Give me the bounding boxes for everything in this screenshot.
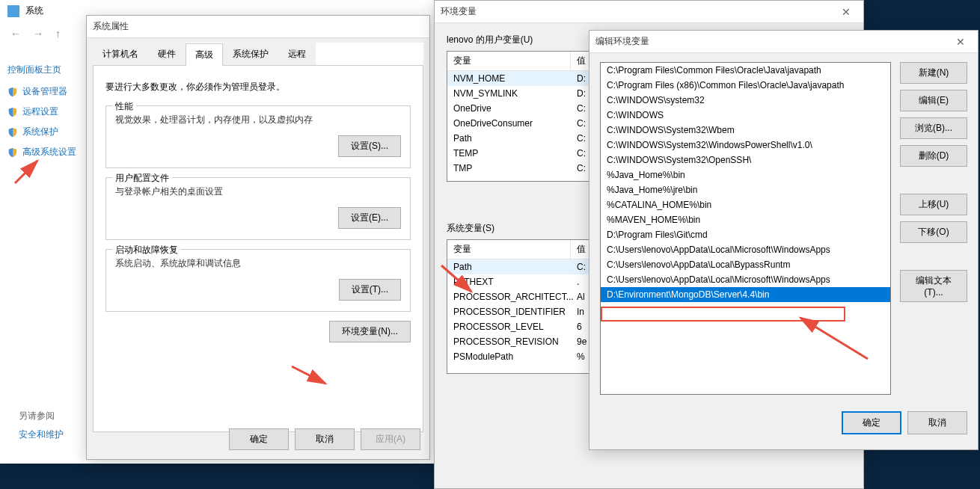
close-icon[interactable]: ✕ [949, 36, 972, 48]
var-name: TMP [447, 162, 571, 174]
sidebar-remote-settings[interactable]: 远程设置 [7, 105, 82, 118]
list-item[interactable]: %MAVEN_HOME%\bin [601, 212, 890, 227]
var-name: NVM_SYMLINK [447, 87, 571, 99]
performance-group: 性能 视觉效果，处理器计划，内存使用，以及虚拟内存 设置(S)... [105, 105, 411, 168]
var-name: NVM_HOME [447, 73, 571, 84]
edit-text-button[interactable]: 编辑文本(T)... [900, 270, 967, 302]
startup-title: 启动和故障恢复 [112, 244, 181, 256]
sidebar-system-protection[interactable]: 系统保护 [7, 126, 82, 138]
props-tabs: 计算机名 硬件 高级 系统保护 远程 [93, 43, 423, 66]
props-dialog-buttons: 确定 取消 应用(A) [229, 428, 420, 450]
back-arrow-icon[interactable]: ← [7, 26, 24, 41]
edit-button[interactable]: 编辑(E) [900, 90, 967, 111]
browse-button[interactable]: 浏览(B)... [900, 117, 967, 139]
list-item[interactable]: C:\Program Files (x86)\Common Files\Orac… [601, 78, 890, 93]
tab-system-protection[interactable]: 系统保护 [223, 43, 278, 65]
startup-settings-button[interactable]: 设置(T)... [339, 279, 401, 301]
forward-arrow-icon[interactable]: → [30, 26, 46, 41]
up-arrow-icon[interactable]: ↑ [52, 26, 64, 41]
perf-desc: 视觉效果，处理器计划，内存使用，以及虚拟内存 [115, 114, 401, 126]
list-item[interactable]: C:\WINDOWS [601, 108, 890, 123]
edit-env-window: 编辑环境变量 ✕ C:\Program Files\Common Files\O… [589, 30, 979, 450]
sidebar-item-label: 设备管理器 [22, 85, 67, 98]
system-title: 系统 [25, 4, 43, 17]
list-item[interactable]: C:\Users\lenovo\AppData\Local\Microsoft\… [601, 272, 890, 287]
list-item[interactable]: %Java_Home%\bin [601, 167, 890, 182]
tab-remote[interactable]: 远程 [278, 43, 316, 65]
var-name: Path [447, 261, 571, 273]
list-item[interactable]: C:\WINDOWS\System32\WindowsPowerShell\v1… [601, 138, 890, 153]
profiles-desc: 与登录帐户相关的桌面设置 [115, 185, 401, 198]
startup-desc: 系统启动、系统故障和调试信息 [115, 257, 401, 270]
profiles-group: 用户配置文件 与登录帐户相关的桌面设置 设置(E)... [105, 177, 411, 240]
var-name: TEMP [447, 147, 571, 159]
var-name: PROCESSOR_LEVEL [447, 321, 571, 333]
col-variable: 变量 [447, 52, 571, 70]
see-also: 另请参阅 安全和维护 [19, 404, 64, 441]
list-item[interactable]: C:\Program Files\Common Files\Oracle\Jav… [601, 63, 890, 78]
profiles-title: 用户配置文件 [112, 172, 172, 185]
shield-icon [7, 107, 18, 117]
move-up-button[interactable]: 上移(U) [900, 194, 967, 215]
startup-group: 启动和故障恢复 系统启动、系统故障和调试信息 设置(T)... [105, 249, 411, 312]
list-item[interactable]: C:\WINDOWS\System32\Wbem [601, 123, 890, 138]
list-item[interactable]: D:\Environment\MongoDB\Server\4.4\bin [601, 287, 890, 302]
see-also-link[interactable]: 安全和维护 [19, 428, 64, 441]
env-titlebar: 环境变量 ✕ [435, 1, 863, 23]
props-ok-button[interactable]: 确定 [229, 428, 289, 450]
sidebar-advanced-settings[interactable]: 高级系统设置 [7, 146, 82, 159]
var-name: OneDrive [447, 102, 571, 114]
list-item[interactable]: C:\Users\lenovo\AppData\Local\Microsoft\… [601, 242, 890, 257]
system-icon [7, 5, 19, 17]
edit-ok-button[interactable]: 确定 [842, 411, 901, 434]
props-cancel-button[interactable]: 取消 [295, 428, 355, 450]
move-down-button[interactable]: 下移(O) [900, 221, 967, 243]
list-item[interactable]: C:\Users\lenovo\AppData\Local\BypassRunt… [601, 257, 890, 272]
delete-button[interactable]: 删除(D) [900, 145, 967, 167]
edit-body: C:\Program Files\Common Files\Oracle\Jav… [589, 53, 978, 404]
path-list[interactable]: C:\Program Files\Common Files\Oracle\Jav… [600, 62, 891, 395]
see-also-label: 另请参阅 [19, 410, 64, 422]
close-icon[interactable]: ✕ [835, 6, 857, 18]
props-body: 要进行大多数更改，你必须作为管理员登录。 性能 视觉效果，处理器计划，内存使用，… [93, 66, 423, 432]
edit-buttons-column: 新建(N) 编辑(E) 浏览(B)... 删除(D) 上移(U) 下移(O) 编… [900, 62, 967, 395]
tab-hardware[interactable]: 硬件 [148, 43, 186, 65]
env-title: 环境变量 [441, 5, 835, 18]
edit-cancel-button[interactable]: 取消 [907, 411, 967, 434]
env-variables-button[interactable]: 环境变量(N)... [329, 321, 411, 342]
col-variable: 变量 [447, 240, 571, 259]
tab-advanced[interactable]: 高级 [186, 43, 223, 66]
props-apply-button[interactable]: 应用(A) [361, 428, 420, 450]
profiles-settings-button[interactable]: 设置(E)... [338, 207, 401, 229]
var-name: PSModulePath [447, 351, 571, 363]
sidebar-item-label: 远程设置 [22, 105, 58, 118]
control-panel-home[interactable]: 控制面板主页 [7, 64, 82, 76]
perf-title: 性能 [112, 100, 136, 113]
props-title: 系统属性 [93, 20, 423, 33]
edit-title: 编辑环境变量 [595, 35, 949, 48]
var-name: OneDriveConsumer [447, 117, 571, 129]
perf-settings-button[interactable]: 设置(S)... [338, 135, 401, 157]
list-item[interactable]: D:\Program Files\Git\cmd [601, 227, 890, 242]
sidebar-item-label: 系统保护 [22, 126, 58, 138]
system-sidebar: 控制面板主页 设备管理器 远程设置 系统保护 高级系统设置 [7, 64, 82, 166]
list-item[interactable]: C:\WINDOWS\system32 [601, 93, 890, 108]
new-button[interactable]: 新建(N) [900, 62, 967, 84]
admin-text: 要进行大多数更改，你必须作为管理员登录。 [105, 81, 411, 93]
props-titlebar: 系统属性 [87, 16, 429, 38]
tab-computer-name[interactable]: 计算机名 [93, 43, 148, 65]
edit-dialog-buttons: 确定 取消 [589, 404, 978, 442]
shield-icon [7, 127, 18, 138]
list-item[interactable]: %Java_Home%\jre\bin [601, 182, 890, 197]
list-item[interactable]: %CATALINA_HOME%\bin [601, 197, 890, 212]
shield-icon [7, 147, 18, 158]
sidebar-item-label: 高级系统设置 [22, 146, 76, 159]
var-name: PROCESSOR_ARCHITECT... [447, 291, 571, 303]
sidebar-device-manager[interactable]: 设备管理器 [7, 85, 82, 98]
var-name: PATHEXT [447, 276, 571, 288]
var-name: PROCESSOR_REVISION [447, 336, 571, 348]
edit-titlebar: 编辑环境变量 ✕ [589, 31, 978, 53]
list-item[interactable]: C:\WINDOWS\System32\OpenSSH\ [601, 153, 890, 167]
system-properties-window: 系统属性 计算机名 硬件 高级 系统保护 远程 要进行大多数更改，你必须作为管理… [86, 15, 430, 460]
var-name: PROCESSOR_IDENTIFIER [447, 306, 571, 318]
